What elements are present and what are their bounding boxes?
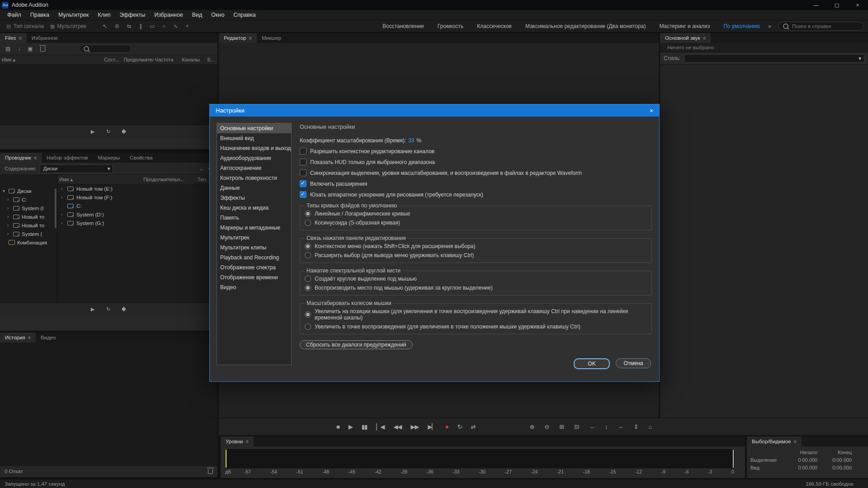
tab-essential-sound[interactable]: Основной звук ≡ <box>660 33 711 43</box>
expander-icon[interactable]: › <box>61 186 65 191</box>
reset-zoom-icon[interactable]: ⇕ <box>634 423 639 430</box>
razor-tool-icon[interactable]: ⊘ <box>115 23 119 29</box>
tab-effects-rack[interactable]: Набор эффектов <box>42 153 93 163</box>
help-search[interactable] <box>778 22 863 31</box>
menu-help[interactable]: Справка <box>229 12 260 18</box>
tab-properties[interactable]: Свойства <box>125 153 158 163</box>
column-name[interactable]: Имя ▴ <box>57 177 142 183</box>
checkbox-icon[interactable] <box>300 169 307 176</box>
expander-icon[interactable]: › <box>7 206 11 211</box>
collapse-icon[interactable]: ▾ <box>3 188 6 193</box>
workspace-volume[interactable]: Громкость <box>438 23 463 29</box>
minimize-button[interactable]: — <box>806 0 826 10</box>
expander-icon[interactable]: › <box>7 197 11 202</box>
category-audio-channel-mapping[interactable]: Назначение входов и выходов <box>217 143 291 153</box>
checkbox-sync-waveform[interactable]: Синхронизация выделения, уровня масштаби… <box>300 169 652 176</box>
loop-button[interactable]: ↻ <box>106 306 110 312</box>
workspace-restoration[interactable]: Восстановление <box>382 23 424 29</box>
category-general[interactable]: Основные настройки <box>217 123 291 133</box>
tab-media-browser[interactable]: Проводник ≡ <box>0 153 42 163</box>
expander-icon[interactable]: › <box>61 212 65 217</box>
menu-clip[interactable]: Клип <box>93 12 115 18</box>
view-start-value[interactable]: 0:00.000 <box>783 465 817 470</box>
expander-icon[interactable]: › <box>61 195 65 200</box>
tree-item[interactable]: › Новый то <box>0 212 57 221</box>
selection-end-value[interactable]: 0:00.000 <box>817 457 852 463</box>
play-button[interactable]: ▶ <box>349 423 353 430</box>
tree-item[interactable]: › Новый то <box>0 221 57 230</box>
column-name[interactable]: Имя ▴ <box>0 57 102 63</box>
paintbrush-tool-icon[interactable]: ∿ <box>173 23 178 29</box>
pause-button[interactable]: ▮▮ <box>362 423 367 430</box>
content-dropdown[interactable]: Диски ▾ <box>40 164 113 173</box>
radio-icon[interactable] <box>305 311 311 318</box>
radio-zoom-at-playhead[interactable]: Увеличить в точке воспроизведения (для у… <box>305 322 647 331</box>
zoom-in-amplitude-icon[interactable]: ⊞ <box>559 423 564 430</box>
menu-effects[interactable]: Эффекты <box>115 12 150 18</box>
radio-create-circular-selection[interactable]: Создаёт круглое выделение под мышью <box>305 274 647 283</box>
time-selection-tool-icon[interactable]: ∥ <box>139 23 142 29</box>
tab-mixer[interactable]: Микшер <box>257 33 286 43</box>
expander-icon[interactable]: › <box>7 231 11 236</box>
column-sample-rate[interactable]: Частота <box>153 57 180 62</box>
open-file-icon[interactable]: ▤ <box>5 46 10 52</box>
checkbox-icon[interactable] <box>300 148 307 155</box>
view-end-value[interactable]: 0:00.000 <box>817 465 852 470</box>
radio-icon[interactable] <box>305 211 311 217</box>
record-button[interactable]: ● <box>445 423 448 430</box>
workspace-overflow-icon[interactable]: » <box>768 23 771 29</box>
tab-files[interactable]: Files ≡ <box>0 33 27 43</box>
radio-cosine-curves[interactable]: Косинусоида (S-образная кривая) <box>305 218 647 227</box>
radio-icon[interactable] <box>305 324 311 330</box>
expander-icon[interactable]: › <box>7 214 11 219</box>
checkbox-icon[interactable] <box>300 180 307 187</box>
files-search[interactable] <box>80 45 131 53</box>
zoom-factor-value[interactable]: 33 <box>408 137 414 144</box>
category-data[interactable]: Данные <box>217 183 291 193</box>
skip-to-start-button[interactable]: ▏◀ <box>376 423 384 430</box>
close-button[interactable]: × <box>847 0 868 10</box>
dialog-close-icon[interactable]: × <box>644 107 659 114</box>
radio-icon[interactable] <box>305 276 311 282</box>
skip-to-end-button[interactable]: ▶▏ <box>428 423 436 430</box>
back-icon[interactable]: ← <box>199 166 205 171</box>
move-tool-icon[interactable]: ↖ <box>103 23 107 29</box>
tab-markers[interactable]: Маркеры <box>93 153 125 163</box>
zoom-out-amplitude-icon[interactable]: ⊟ <box>574 423 579 430</box>
import-file-icon[interactable]: ↓ <box>18 46 20 52</box>
tree-item[interactable]: › System ( <box>0 230 57 238</box>
menu-multitrack[interactable]: Мультитрек <box>54 12 93 18</box>
radio-icon[interactable] <box>305 285 311 291</box>
checkbox-enable-extensions[interactable]: Включить расширения <box>300 180 652 187</box>
column-duration[interactable]: Продолжительн... <box>142 177 196 182</box>
category-playback-recording[interactable]: Playback and Recording <box>217 253 291 263</box>
zoom-to-selection-icon[interactable]: ↔ <box>589 423 595 430</box>
panel-menu-icon[interactable]: ≡ <box>34 155 37 160</box>
workspace-maximum-editing[interactable]: Максимальное редактирование (Два монитор… <box>525 23 646 29</box>
spot-healing-tool-icon[interactable]: + <box>186 23 189 29</box>
menu-view[interactable]: Вид <box>188 12 207 18</box>
category-media-disk-cache[interactable]: Кеш диска и медиа <box>217 203 291 213</box>
tab-levels[interactable]: Уровни ≡ <box>221 436 254 446</box>
menu-edit[interactable]: Правка <box>26 12 54 18</box>
category-memory[interactable]: Память <box>217 213 291 223</box>
full-zoom-icon[interactable]: ⌂ <box>648 423 652 430</box>
category-effects[interactable]: Эффекты <box>217 193 291 203</box>
menu-window[interactable]: Окно <box>207 12 229 18</box>
category-spectral-display[interactable]: Отображение спектра <box>217 263 291 272</box>
radio-icon[interactable] <box>305 243 311 249</box>
new-item-icon[interactable]: ▣ <box>28 46 33 52</box>
workspace-classic[interactable]: Классическое <box>477 23 512 29</box>
zoom-in-point-icon[interactable]: ↕ <box>605 423 608 430</box>
panel-menu-icon[interactable]: ≡ <box>19 35 21 41</box>
reset-warning-dialogs-button[interactable]: Сбросить все диалоги предупреждений <box>300 340 413 349</box>
radio-play-under-mouse[interactable]: Воспроизводить место под мышью (удержива… <box>305 283 647 292</box>
column-state[interactable]: Сост... <box>102 57 122 62</box>
category-auto-save[interactable]: Автосохранение <box>217 163 291 173</box>
checkbox-contextual-channel-editing[interactable]: Разрешить контекстное редактирование кан… <box>300 148 652 155</box>
category-multitrack-clips[interactable]: Мультитрек клипы <box>217 243 291 253</box>
slip-tool-icon[interactable]: ⇆ <box>127 23 132 29</box>
level-meter[interactable] <box>224 448 735 469</box>
zoom-in-time-icon[interactable]: ⊕ <box>529 423 534 430</box>
zoom-out-point-icon[interactable]: ⇔ <box>618 423 624 430</box>
